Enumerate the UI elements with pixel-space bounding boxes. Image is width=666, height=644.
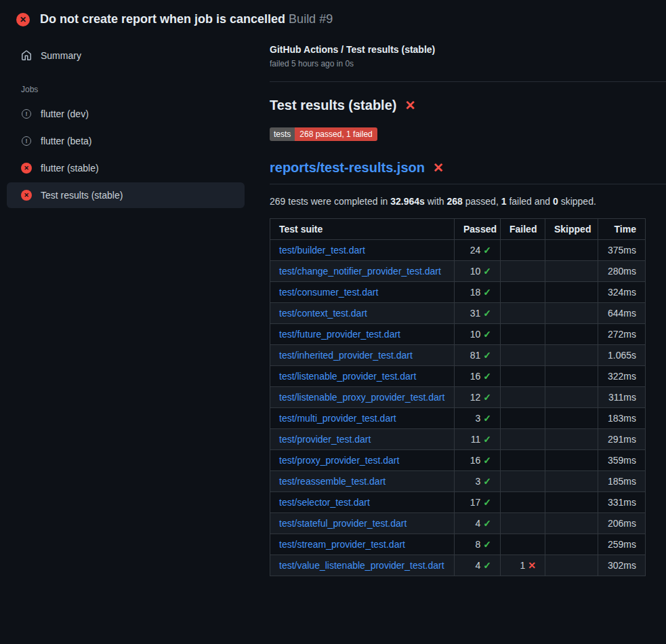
failed-cell bbox=[501, 345, 545, 366]
check-icon: ✓ bbox=[483, 434, 491, 445]
sidebar: Summary Jobs ! flutter (dev) ! flutter (… bbox=[0, 32, 254, 209]
passed-cell: 3 ✓ bbox=[455, 408, 501, 429]
test-suite-cell: test/change_notifier_provider_test.dart bbox=[270, 261, 455, 282]
table-row: test/builder_test.dart24 ✓375ms bbox=[270, 240, 646, 261]
failed-x-icon: ✕ bbox=[404, 99, 415, 112]
layout: Summary Jobs ! flutter (dev) ! flutter (… bbox=[0, 32, 666, 576]
badge-label: tests bbox=[270, 127, 295, 141]
summary-duration: 32.964s bbox=[390, 196, 425, 207]
report-file-link[interactable]: reports/test-results.json bbox=[270, 160, 425, 176]
failed-cell bbox=[501, 366, 545, 387]
column-header-passed: Passed bbox=[455, 219, 501, 240]
time-cell: 185ms bbox=[598, 471, 646, 492]
test-suite-link[interactable]: test/listenable_proxy_provider_test.dart bbox=[279, 392, 444, 403]
jobs-section-label: Jobs bbox=[21, 85, 245, 94]
test-suite-link[interactable]: test/change_notifier_provider_test.dart bbox=[279, 266, 441, 277]
failed-cell bbox=[501, 408, 545, 429]
test-suite-cell: test/listenable_provider_test.dart bbox=[270, 366, 455, 387]
table-row: test/selector_test.dart17 ✓331ms bbox=[270, 492, 646, 513]
table-header-row: Test suite Passed Failed Skipped Time bbox=[270, 219, 646, 240]
skipped-cell bbox=[545, 303, 598, 324]
check-icon: ✓ bbox=[483, 245, 491, 256]
test-suite-link[interactable]: test/selector_test.dart bbox=[279, 497, 370, 508]
column-header-failed: Failed bbox=[501, 219, 545, 240]
passed-cell: 12 ✓ bbox=[455, 387, 501, 408]
sidebar-item-flutter-stable[interactable]: ✕ flutter (stable) bbox=[7, 155, 245, 181]
tests-badge: tests 268 passed, 1 failed bbox=[270, 127, 377, 141]
test-suite-link[interactable]: test/context_test.dart bbox=[279, 308, 367, 319]
table-row: test/value_listenable_provider_test.dart… bbox=[270, 555, 646, 576]
page-title: Do not create report when job is cancell… bbox=[40, 12, 333, 26]
check-icon: ✓ bbox=[483, 413, 491, 424]
results-table-body: test/builder_test.dart24 ✓375mstest/chan… bbox=[270, 240, 646, 576]
failed-cell bbox=[501, 429, 545, 450]
time-cell: 302ms bbox=[598, 555, 646, 576]
time-cell: 280ms bbox=[598, 261, 646, 282]
passed-cell: 11 ✓ bbox=[455, 429, 501, 450]
skipped-cell bbox=[545, 261, 598, 282]
failed-status-icon: ✕ bbox=[21, 163, 32, 174]
failed-cell bbox=[501, 387, 545, 408]
sidebar-item-flutter-beta[interactable]: ! flutter (beta) bbox=[7, 128, 245, 154]
column-header-test-suite: Test suite bbox=[270, 219, 455, 240]
summary-line: 269 tests were completed in 32.964s with… bbox=[270, 196, 666, 207]
table-row: test/stateful_provider_test.dart4 ✓206ms bbox=[270, 513, 646, 534]
test-suite-link[interactable]: test/stateful_provider_test.dart bbox=[279, 518, 407, 529]
skipped-cell bbox=[545, 450, 598, 471]
sidebar-item-test-results-stable[interactable]: ✕ Test results (stable) bbox=[7, 182, 245, 208]
summary-skipped-count: 0 bbox=[553, 196, 558, 207]
skipped-cell bbox=[545, 534, 598, 555]
sidebar-summary-label: Summary bbox=[41, 50, 81, 61]
test-suite-link[interactable]: test/provider_test.dart bbox=[279, 434, 371, 445]
skipped-cell bbox=[545, 366, 598, 387]
sidebar-item-flutter-dev[interactable]: ! flutter (dev) bbox=[7, 101, 245, 127]
main-content: GitHub Actions / Test results (stable) f… bbox=[254, 32, 666, 576]
test-suite-link[interactable]: test/proxy_provider_test.dart bbox=[279, 455, 399, 466]
skipped-cell bbox=[545, 492, 598, 513]
time-cell: 183ms bbox=[598, 408, 646, 429]
test-suite-link[interactable]: test/multi_provider_test.dart bbox=[279, 413, 396, 424]
test-suite-link[interactable]: test/value_listenable_provider_test.dart bbox=[279, 560, 444, 571]
test-suite-link[interactable]: test/future_provider_test.dart bbox=[279, 329, 400, 340]
skipped-cell bbox=[545, 387, 598, 408]
test-suite-cell: test/reassemble_test.dart bbox=[270, 471, 455, 492]
test-suite-link[interactable]: test/stream_provider_test.dart bbox=[279, 539, 405, 550]
table-row: test/provider_test.dart11 ✓291ms bbox=[270, 429, 646, 450]
test-results-table: Test suite Passed Failed Skipped Time te… bbox=[270, 218, 646, 576]
check-icon: ✓ bbox=[483, 329, 491, 340]
neutral-status-icon: ! bbox=[21, 108, 32, 119]
test-suite-link[interactable]: test/inherited_provider_test.dart bbox=[279, 350, 413, 361]
summary-failed-count: 1 bbox=[501, 196, 507, 207]
check-icon: ✓ bbox=[483, 476, 491, 487]
test-suite-cell: test/listenable_proxy_provider_test.dart bbox=[270, 387, 455, 408]
column-header-time: Time bbox=[598, 219, 646, 240]
failed-x-icon: ✕ bbox=[433, 161, 444, 174]
passed-cell: 16 ✓ bbox=[455, 450, 501, 471]
failed-cell bbox=[501, 282, 545, 303]
skipped-cell bbox=[545, 345, 598, 366]
time-cell: 311ms bbox=[598, 387, 646, 408]
test-suite-link[interactable]: test/builder_test.dart bbox=[279, 245, 365, 256]
build-number: Build #9 bbox=[289, 12, 333, 26]
summary-passed-count: 268 bbox=[447, 196, 463, 207]
skipped-cell bbox=[545, 513, 598, 534]
test-suite-link[interactable]: test/reassemble_test.dart bbox=[279, 476, 386, 487]
test-suite-cell: test/proxy_provider_test.dart bbox=[270, 450, 455, 471]
table-row: test/change_notifier_provider_test.dart1… bbox=[270, 261, 646, 282]
job-label: flutter (beta) bbox=[41, 136, 91, 146]
status-line: failed 5 hours ago in 0s bbox=[270, 59, 666, 68]
sidebar-item-summary[interactable]: Summary bbox=[7, 44, 245, 67]
test-suite-link[interactable]: test/listenable_provider_test.dart bbox=[279, 371, 416, 382]
time-cell: 291ms bbox=[598, 429, 646, 450]
column-header-skipped: Skipped bbox=[545, 219, 598, 240]
job-label: flutter (dev) bbox=[41, 108, 89, 119]
test-suite-link[interactable]: test/consumer_test.dart bbox=[279, 287, 378, 298]
time-cell: 272ms bbox=[598, 324, 646, 345]
table-row: test/inherited_provider_test.dart81 ✓1.0… bbox=[270, 345, 646, 366]
failed-cell bbox=[501, 534, 545, 555]
workflow-run-title: Do not create report when job is cancell… bbox=[40, 12, 285, 26]
check-icon: ✓ bbox=[483, 539, 491, 550]
failed-cell bbox=[501, 492, 545, 513]
failed-cell bbox=[501, 471, 545, 492]
test-suite-cell: test/selector_test.dart bbox=[270, 492, 455, 513]
